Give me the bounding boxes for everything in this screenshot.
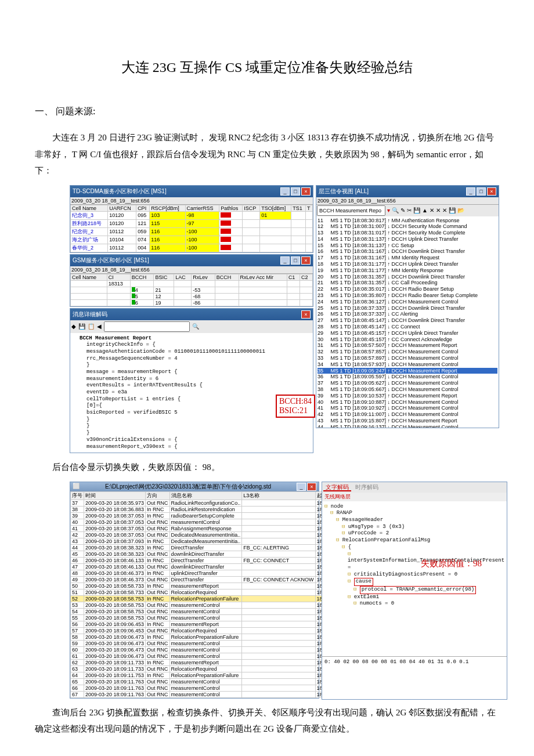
annotation-bsic: BSIC:21 [279, 406, 308, 415]
tab-time-decode[interactable]: 时序解码 [353, 484, 381, 490]
window-title: 消息详细解码 [73, 310, 107, 319]
ranap-tree: ⊟ node⊟ RANAP⊟ MessageHeader⊟ uMsgType =… [322, 501, 507, 610]
save-icon[interactable]: 💾 [449, 207, 456, 214]
window-decode: 消息详细解码× ◆ 💾 📋 ◀ 🔍 BCCH Measurement Repor… [70, 308, 313, 454]
window-title: TD-SCDMA服务小区和邻小区 [MS1] [73, 187, 167, 196]
save-icon[interactable]: 💾 [78, 323, 85, 330]
min-icon[interactable]: _ [280, 256, 290, 265]
toolbar-icon[interactable]: ✕ [430, 207, 434, 214]
tab-text-decode[interactable]: 文字解码 [323, 484, 351, 491]
window-title: GSM服务小区和邻小区 [MS1] [73, 256, 149, 265]
path-bar: 2009_03_20 18_08_19__test:656 [316, 197, 499, 205]
filter-input[interactable] [317, 205, 385, 216]
window-title: 层三信令视图 [ALL] [319, 187, 369, 196]
signal-log-list: 11 MS 1 TD [18:08:30:817] ↑ MM Authentic… [316, 216, 499, 428]
min-icon[interactable]: _ [466, 187, 475, 196]
window-decode-tree: 文字解码 时序解码 无线网络层 ⊟ node⊟ RANAP⊟ MessageHe… [322, 482, 507, 700]
min-icon[interactable]: _ [280, 187, 290, 196]
screenshot-2: ⬜ E:\DLproject\网优\23G\0320\18313配置单图\下午信… [70, 482, 499, 699]
close-icon[interactable]: × [301, 187, 311, 196]
table-td-scdma: Cell NameUARFCNCPIRSCP[dBm]CarrierRSSPat… [70, 205, 313, 252]
caption-1: 后台信令显示切换失败，失败原因值： 98。 [35, 459, 499, 476]
window-gsm: GSM服务小区和邻小区 [MS1]_□× 2009_03_20 18_08_19… [70, 254, 313, 307]
close-icon[interactable]: × [307, 483, 316, 491]
toolbar-icon[interactable]: ▲ [422, 207, 428, 214]
toolbar-icon[interactable]: ✕ [442, 207, 447, 214]
close-icon[interactable]: × [487, 187, 496, 196]
toolbar-icon[interactable]: ◆ [71, 323, 76, 330]
save-icon[interactable]: 💾 [413, 207, 420, 214]
table-messages[interactable]: 序号时间方向消息名称L3名称起始小区372009-03-20 18:08:35.… [70, 491, 353, 698]
hex-dump: 0: 40 02 00 08 00 08 01 08 04 40 01 31 0… [322, 656, 507, 667]
toolbar-icon[interactable]: ⬜ [73, 483, 80, 491]
annotation-cause: 失败原因值：98 [418, 557, 484, 570]
filter-input[interactable] [104, 321, 190, 332]
close-icon[interactable]: × [301, 310, 311, 319]
max-icon[interactable]: □ [291, 187, 300, 196]
doc-title: 大连 23G 互操作 CS 域重定位准备失败经验总结 [35, 58, 499, 77]
path-bar: 2009_03_20 18_08_19__test:656 [70, 266, 313, 274]
dropdown-icon[interactable]: ▾ [387, 207, 390, 214]
search-icon[interactable]: 🔍 [392, 207, 399, 214]
copy-icon[interactable]: 📋 [88, 323, 95, 330]
toolbar-icon[interactable]: ✎ [400, 207, 405, 214]
toolbar-icon[interactable]: ✕ [436, 207, 441, 214]
max-icon[interactable]: □ [477, 187, 486, 196]
close-icon[interactable]: × [301, 256, 311, 265]
annotation-bcch: BCCH:84 [279, 397, 312, 406]
decode-tree: BCCH Measurement Report integrityCheckIn… [70, 333, 313, 453]
table-gsm: Cell NameCIBCCHBSICLACRxLevBCCHRxLev Acc… [70, 274, 313, 306]
min-icon[interactable]: _ [297, 483, 306, 491]
screenshot-1: TD-SCDMA服务小区和邻小区 [MS1]_□× 2009_03_20 18_… [70, 185, 499, 454]
search-icon[interactable]: 🔍 [192, 323, 199, 330]
tree-title: 无线网络层 [322, 493, 507, 501]
paragraph-1: 大连在 3 月 20 日进行 23G 验证测试时， 发现 RNC2 纪念街 3 … [35, 129, 499, 179]
section-heading: 一、 问题来源: [35, 106, 499, 118]
open-icon[interactable]: 📂 [457, 207, 464, 214]
back-icon[interactable]: ◀ [97, 323, 102, 330]
window-messages: ⬜ E:\DLproject\网优\23G\0320\18313配置单图\下午信… [70, 482, 319, 699]
toolbar-icon[interactable]: ✂ [407, 207, 412, 214]
max-icon[interactable]: □ [291, 256, 300, 265]
report-title: BCCH Measurement Report [80, 335, 151, 341]
path-bar: 2009_03_20 18_08_19__test:656 [70, 197, 313, 205]
window-td-scdma: TD-SCDMA服务小区和邻小区 [MS1]_□× 2009_03_20 18_… [70, 185, 313, 253]
paragraph-2: 查询后台 23G 切换配置数据，检查切换条件、切换开关、邻区顺序号没有出现问题，… [35, 704, 499, 737]
window-siglog: 层三信令视图 [ALL]_□× 2009_03_20 18_08_19__tes… [316, 185, 499, 428]
path-bar: E:\DLproject\网优\23G\0320\18313配置单图\下午信令\… [105, 483, 271, 491]
